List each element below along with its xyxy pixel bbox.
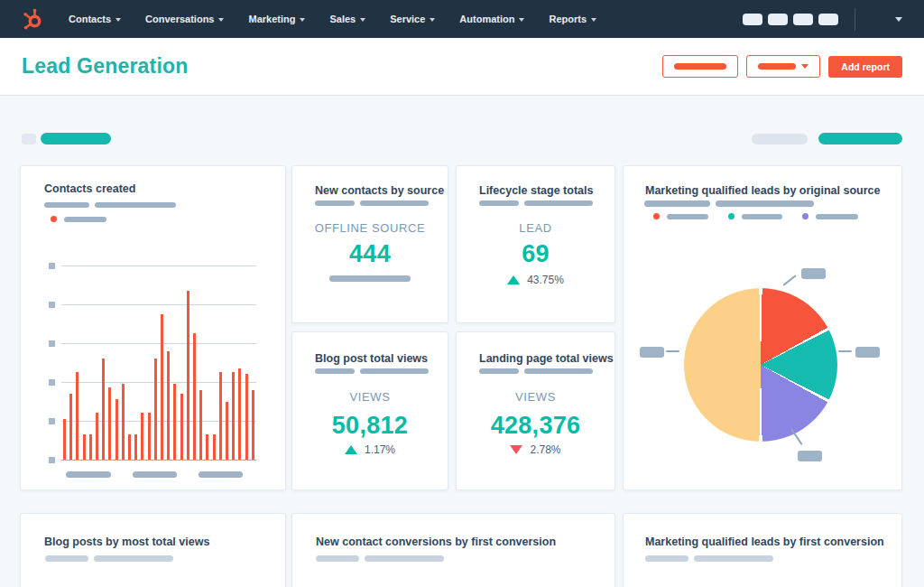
nav-item-label: Conversations (145, 14, 214, 24)
pie-chart (684, 288, 837, 442)
nav-item-conversations[interactable]: Conversations (145, 14, 224, 24)
bar (63, 419, 66, 460)
stat-label: OFFLINE SOURCE (292, 221, 448, 235)
axis-tick-placeholder (49, 379, 55, 386)
up-triangle-icon (345, 445, 357, 454)
pie-callout-line (838, 350, 852, 352)
card-blog-post-total-views: Blog post total views VIEWS 50,812 1.17% (291, 331, 448, 490)
header-dropdown-button[interactable] (746, 55, 820, 78)
bar (76, 372, 79, 460)
chevron-down-icon (116, 18, 121, 22)
bar (193, 333, 196, 460)
nav-item-label: Service (390, 14, 425, 24)
pie-callout-line (782, 275, 796, 286)
bar (173, 384, 176, 460)
pie-label-callout-bottom (798, 451, 822, 461)
header-actions: Add report (662, 55, 902, 78)
redacted-legend-label (64, 217, 106, 222)
card-title: Blog posts by most total views (44, 536, 209, 548)
nav-item-reports[interactable]: Reports (549, 14, 596, 24)
stat-delta: 2.78% (457, 443, 614, 456)
bar (213, 434, 216, 460)
bar (167, 351, 170, 460)
redacted-subtitle (315, 200, 429, 206)
stat-label: VIEWS (292, 390, 448, 404)
hubspot-logo[interactable] (22, 7, 45, 31)
bar-chart-plot (61, 266, 256, 460)
nav-icon-placeholder-1[interactable] (743, 14, 762, 25)
bar (245, 374, 248, 460)
legend-dot-icon (802, 213, 808, 219)
axis-tick-placeholder (49, 340, 55, 347)
stat-delta: 43.75% (457, 274, 614, 286)
nav-item-label: Sales (329, 14, 356, 24)
redacted-icon-placeholder (22, 134, 36, 144)
nav-icon-placeholder-4[interactable] (818, 14, 838, 25)
card-title: Contacts created (44, 182, 135, 195)
nav-item-contacts[interactable]: Contacts (69, 14, 121, 24)
add-report-button[interactable]: Add report (828, 56, 902, 78)
card-lifecycle-stage-totals: Lifecycle stage totals LEAD 69 43.75% (456, 165, 615, 323)
primary-action-placeholder[interactable] (818, 133, 902, 144)
secondary-action-placeholder[interactable] (752, 134, 808, 144)
chevron-down-icon (430, 18, 435, 22)
stat-delta: 1.17% (292, 443, 448, 456)
bar (134, 434, 137, 460)
top-nav: ContactsConversationsMarketingSalesServi… (0, 0, 924, 38)
nav-item-service[interactable]: Service (390, 14, 435, 24)
redacted-subtitle (645, 555, 773, 562)
redacted-subtitle (479, 368, 593, 374)
nav-item-sales[interactable]: Sales (329, 14, 365, 24)
bar (206, 434, 208, 460)
nav-item-marketing[interactable]: Marketing (248, 14, 305, 24)
bar (252, 390, 254, 460)
stat-label: LEAD (457, 221, 614, 235)
bar (226, 402, 228, 461)
dashboard-subheader-left (22, 133, 111, 144)
card-title: Marketing qualified leads by original so… (645, 184, 880, 197)
bar (83, 434, 86, 460)
stat-value: 428,376 (457, 412, 614, 440)
chevron-down-icon (300, 18, 305, 22)
stat-value: 444 (292, 240, 448, 268)
x-axis-label-placeholder (199, 471, 243, 478)
redacted-subtitle (316, 555, 444, 562)
account-chevron-down-icon[interactable] (895, 17, 902, 22)
stat-label: VIEWS (457, 390, 614, 404)
legend-dot-icon (728, 213, 735, 219)
delta-value: 43.75% (527, 274, 564, 286)
nav-icon-placeholder-3[interactable] (793, 14, 813, 25)
bar (108, 387, 111, 460)
page-title: Lead Generation (22, 54, 188, 79)
bar (148, 413, 151, 460)
bar (180, 394, 183, 460)
dashboard-subheader-right (752, 133, 902, 144)
axis-tick-placeholder (49, 457, 55, 463)
delta-value: 1.17% (365, 443, 395, 456)
card-title: Landing page total views (479, 352, 614, 365)
nav-item-label: Automation (459, 14, 514, 24)
redacted-subtitle (479, 200, 593, 206)
card-landing-page-total-views: Landing page total views VIEWS 428,376 2… (456, 331, 615, 490)
redacted-button-label (758, 63, 796, 70)
header-secondary-button-1[interactable] (662, 55, 738, 78)
card-mql-by-original-source: Marketing qualified leads by original so… (623, 165, 902, 490)
redacted-button-label (674, 63, 726, 70)
bar (238, 368, 241, 460)
pie-label-callout-right (855, 347, 880, 358)
card-title: Lifecycle stage totals (479, 184, 593, 197)
delta-value: 2.78% (530, 443, 560, 456)
card-title: Marketing qualified leads by first conve… (645, 536, 884, 548)
bar (154, 359, 157, 460)
card-blog-posts-by-views: Blog posts by most total views (20, 513, 286, 587)
card-contacts-created: Contacts created (20, 165, 286, 490)
x-axis-label-placeholder (133, 471, 177, 478)
bar (89, 434, 92, 460)
bar (219, 372, 222, 460)
nav-icon-placeholder-2[interactable] (768, 14, 788, 25)
nav-item-automation[interactable]: Automation (459, 14, 524, 24)
card-new-contacts-by-source: New contacts by source OFFLINE SOURCE 44… (291, 165, 448, 323)
redacted-legend-label (667, 214, 708, 219)
bar (128, 434, 131, 460)
down-triangle-icon (510, 445, 522, 454)
